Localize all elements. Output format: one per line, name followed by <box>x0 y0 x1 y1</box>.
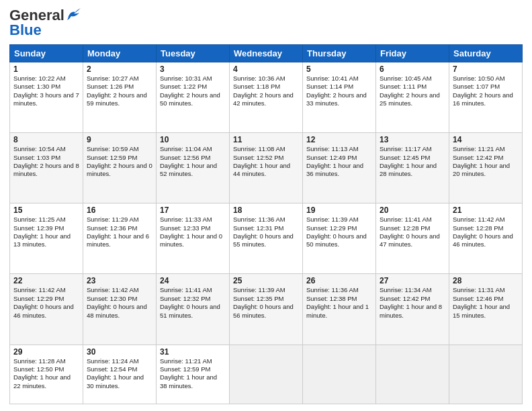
day-info-line: Sunrise: 10:36 AM <box>233 75 299 83</box>
day-info-line: Sunset: 12:59 PM <box>160 365 226 373</box>
day-info-line: Sunset: 1:14 PM <box>306 83 372 91</box>
day-info-line: Sunset: 12:45 PM <box>380 154 445 162</box>
day-info-line: Daylight: 0 hours and 56 minutes. <box>233 303 299 320</box>
day-info-line: Daylight: 1 hour and 52 minutes. <box>160 162 226 179</box>
day-info-line: Sunrise: 11:21 AM <box>160 357 226 365</box>
calendar-cell: 29Sunrise: 11:28 AMSunset: 12:50 PMDayli… <box>10 345 83 404</box>
day-info-line: Sunset: 12:35 PM <box>233 295 299 303</box>
day-info-line: Sunset: 12:38 PM <box>306 295 372 303</box>
calendar-cell: 3Sunrise: 10:31 AMSunset: 1:22 PMDayligh… <box>157 62 230 133</box>
day-number: 27 <box>380 276 445 285</box>
calendar-week-row: 8Sunrise: 10:54 AMSunset: 1:03 PMDayligh… <box>10 133 523 203</box>
calendar-week-row: 15Sunrise: 11:25 AMSunset: 12:39 PMDayli… <box>10 203 523 274</box>
day-info-line: Daylight: 2 hours and 33 minutes. <box>306 91 372 108</box>
day-info-line: Sunset: 12:32 PM <box>160 295 226 303</box>
calendar-cell: 8Sunrise: 10:54 AMSunset: 1:03 PMDayligh… <box>10 133 83 203</box>
day-number: 30 <box>87 347 152 357</box>
calendar-cell: 14Sunrise: 11:21 AMSunset: 12:42 PMDayli… <box>449 133 523 203</box>
calendar-cell: 20Sunrise: 11:41 AMSunset: 12:28 PMDayli… <box>376 203 449 274</box>
day-number: 14 <box>453 135 519 144</box>
day-info-line: Sunrise: 11:41 AM <box>380 216 445 224</box>
day-info-line: Sunset: 12:29 PM <box>13 295 79 303</box>
day-info-line: Sunrise: 11:42 AM <box>453 216 519 224</box>
day-info-line: Sunset: 12:30 PM <box>87 295 152 303</box>
day-info-line: Sunset: 12:56 PM <box>160 154 226 162</box>
day-info-line: Daylight: 0 hours and 47 minutes. <box>380 232 445 249</box>
day-number: 16 <box>87 205 152 215</box>
day-info-line: Sunset: 12:59 PM <box>87 154 152 162</box>
day-info-line: Sunrise: 11:41 AM <box>160 286 226 294</box>
day-info-line: Sunrise: 11:29 AM <box>87 216 152 224</box>
logo-blue: Blue <box>9 21 42 39</box>
day-info-line: Daylight: 1 hour and 22 minutes. <box>13 373 79 390</box>
day-info-line: Sunset: 1:07 PM <box>453 83 519 91</box>
calendar-cell: 23Sunrise: 11:42 AMSunset: 12:30 PMDayli… <box>83 274 157 345</box>
calendar-cell: 27Sunrise: 11:34 AMSunset: 12:42 PMDayli… <box>376 274 449 345</box>
day-info-line: Sunset: 12:33 PM <box>160 224 226 232</box>
day-info-line: Sunrise: 10:27 AM <box>87 75 152 83</box>
day-info-line: Daylight: 0 hours and 46 minutes. <box>453 232 519 249</box>
day-number: 25 <box>233 276 299 285</box>
calendar-cell <box>449 345 523 404</box>
day-number: 24 <box>160 276 226 285</box>
day-number: 18 <box>233 205 299 215</box>
day-info-line: Sunrise: 11:24 AM <box>87 357 152 365</box>
day-info-line: Sunrise: 11:21 AM <box>453 145 519 153</box>
day-info-line: Sunrise: 11:42 AM <box>87 286 152 294</box>
day-info-line: Daylight: 1 hour and 28 minutes. <box>380 162 445 179</box>
day-number: 15 <box>13 205 79 215</box>
calendar-cell: 30Sunrise: 11:24 AMSunset: 12:54 PMDayli… <box>83 345 157 404</box>
day-info-line: Sunset: 12:42 PM <box>453 154 519 162</box>
day-info-line: Sunset: 12:42 PM <box>380 295 445 303</box>
day-info-line: Daylight: 1 hour and 20 minutes. <box>453 162 519 179</box>
col-wednesday: Wednesday <box>230 45 303 62</box>
day-info-line: Sunset: 1:18 PM <box>233 83 299 91</box>
day-info-line: Daylight: 2 hours and 59 minutes. <box>87 91 152 108</box>
day-info-line: Sunset: 12:28 PM <box>380 224 445 232</box>
day-info-line: Sunset: 12:46 PM <box>453 295 519 303</box>
day-info-line: Daylight: 1 hour and 30 minutes. <box>87 373 152 390</box>
day-info-line: Sunset: 1:22 PM <box>160 83 226 91</box>
day-info-line: Daylight: 1 hour and 13 minutes. <box>13 232 79 249</box>
calendar-cell: 7Sunrise: 10:50 AMSunset: 1:07 PMDayligh… <box>449 62 523 133</box>
day-info-line: Sunset: 12:54 PM <box>87 365 152 373</box>
calendar-cell: 12Sunrise: 11:13 AMSunset: 12:49 PMDayli… <box>303 133 376 203</box>
day-info-line: Sunset: 12:31 PM <box>233 224 299 232</box>
day-info-line: Sunset: 1:26 PM <box>87 83 152 91</box>
day-info-line: Sunrise: 11:04 AM <box>160 145 226 153</box>
day-info-line: Sunset: 1:03 PM <box>13 154 79 162</box>
day-info-line: Sunset: 12:29 PM <box>306 224 372 232</box>
col-monday: Monday <box>83 45 157 62</box>
logo-bird-icon <box>66 8 81 20</box>
day-number: 7 <box>453 64 519 74</box>
calendar-cell: 26Sunrise: 11:36 AMSunset: 12:38 PMDayli… <box>303 274 376 345</box>
day-number: 21 <box>453 205 519 215</box>
day-info-line: Sunset: 12:49 PM <box>306 154 372 162</box>
day-number: 6 <box>380 64 445 74</box>
day-info-line: Sunrise: 11:39 AM <box>233 286 299 294</box>
day-info-line: Sunrise: 10:31 AM <box>160 75 226 83</box>
calendar-header-row: Sunday Monday Tuesday Wednesday Thursday… <box>10 45 523 62</box>
calendar-cell: 11Sunrise: 11:08 AMSunset: 12:52 PMDayli… <box>230 133 303 203</box>
day-number: 29 <box>13 347 79 357</box>
day-number: 11 <box>233 135 299 144</box>
day-info-line: Sunset: 1:11 PM <box>380 83 445 91</box>
calendar-cell <box>376 345 449 404</box>
day-info-line: Daylight: 0 hours and 48 minutes. <box>87 303 152 320</box>
calendar-cell: 25Sunrise: 11:39 AMSunset: 12:35 PMDayli… <box>230 274 303 345</box>
calendar-cell: 24Sunrise: 11:41 AMSunset: 12:32 PMDayli… <box>157 274 230 345</box>
day-info-line: Daylight: 1 hour and 15 minutes. <box>453 303 519 320</box>
calendar-cell: 10Sunrise: 11:04 AMSunset: 12:56 PMDayli… <box>157 133 230 203</box>
day-info-line: Sunrise: 10:59 AM <box>87 145 152 153</box>
calendar-cell: 28Sunrise: 11:31 AMSunset: 12:46 PMDayli… <box>449 274 523 345</box>
day-info-line: Daylight: 1 hour and 8 minutes. <box>380 303 445 320</box>
calendar-cell: 5Sunrise: 10:41 AMSunset: 1:14 PMDayligh… <box>303 62 376 133</box>
day-info-line: Sunset: 12:39 PM <box>13 224 79 232</box>
calendar-cell: 2Sunrise: 10:27 AMSunset: 1:26 PMDayligh… <box>83 62 157 133</box>
day-info-line: Sunset: 1:30 PM <box>13 83 79 91</box>
day-info-line: Sunset: 12:50 PM <box>13 365 79 373</box>
day-info-line: Daylight: 0 hours and 50 minutes. <box>306 232 372 249</box>
day-info-line: Daylight: 1 hour and 0 minutes. <box>160 232 226 249</box>
day-info-line: Sunrise: 11:36 AM <box>233 216 299 224</box>
day-number: 4 <box>233 64 299 74</box>
